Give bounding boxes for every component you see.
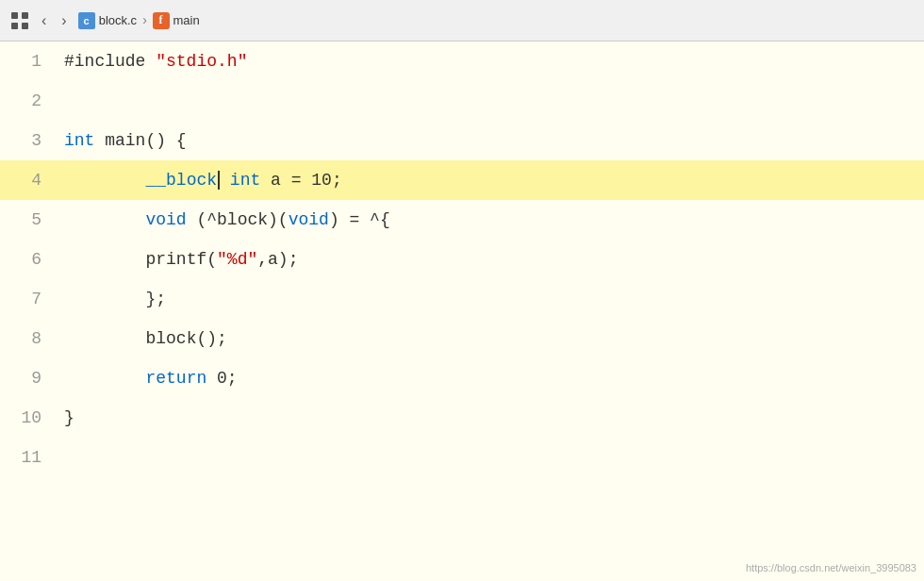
file-icon-label: c [84,15,90,26]
line-content: __block int a = 10; [57,160,924,200]
func-name[interactable]: main [173,13,200,27]
line-number: 2 [0,81,57,121]
table-row: 8 block(); [0,319,924,358]
watermark: https://blog.csdn.net/weixin_3995083 [746,562,916,573]
code-editor[interactable]: 1 #include "stdio.h" 2 3 int main() { 4 … [0,42,924,581]
table-row: 10 } [0,398,924,438]
line-number: 8 [0,319,57,358]
line-content: } [57,398,924,438]
line-content [57,81,924,121]
file-name[interactable]: block.c [99,13,137,27]
table-row: 9 return 0; [0,358,924,398]
table-row: 6 printf("%d",a); [0,240,924,279]
line-number: 4 [0,160,57,200]
line-number: 3 [0,121,57,160]
table-row: 4 __block int a = 10; [0,160,924,200]
breadcrumb-separator: › [140,13,148,28]
func-icon-label: f [159,13,163,27]
line-content [57,438,924,477]
line-content: block(); [57,319,924,358]
line-content: #include "stdio.h" [57,42,924,81]
table-row: 11 [0,438,924,477]
back-button[interactable]: ‹ [38,10,50,31]
file-icon: c [78,12,95,29]
line-content: int main() { [57,121,924,160]
svg-rect-1 [22,12,28,19]
table-row: 7 }; [0,279,924,319]
svg-rect-3 [22,23,28,29]
line-number: 7 [0,279,57,319]
line-content: return 0; [57,358,924,398]
table-row: 3 int main() { [0,121,924,160]
toolbar: ‹ › c block.c › f main [0,0,924,42]
svg-rect-2 [11,23,18,29]
breadcrumb: c block.c › f main [78,12,200,29]
line-number: 9 [0,358,57,398]
table-row: 5 void (^block)(void) = ^{ [0,200,924,240]
line-number: 5 [0,200,57,240]
grid-icon [9,10,30,31]
table-row: 1 #include "stdio.h" [0,42,924,81]
line-content: void (^block)(void) = ^{ [57,200,924,240]
line-number: 1 [0,42,57,81]
line-number: 6 [0,240,57,279]
line-content: }; [57,279,924,319]
func-icon: f [153,12,170,29]
forward-button[interactable]: › [58,10,70,31]
line-number: 11 [0,438,57,477]
line-number: 10 [0,398,57,438]
table-row: 2 [0,81,924,121]
svg-rect-0 [11,12,18,19]
line-content: printf("%d",a); [57,240,924,279]
